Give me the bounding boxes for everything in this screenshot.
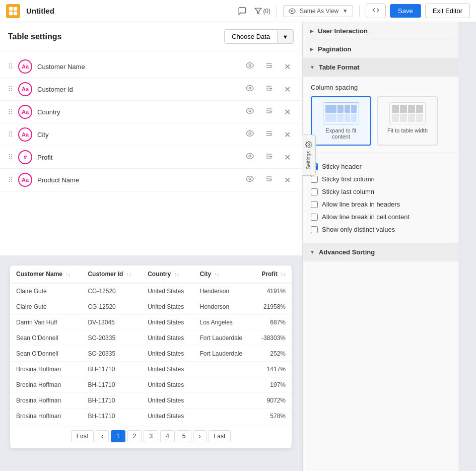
- cell-country: United States: [142, 283, 193, 299]
- cell-profit: 252%: [252, 346, 292, 361]
- col-name: Profit: [37, 154, 238, 161]
- col-header-country[interactable]: Country ↑↓: [142, 265, 193, 283]
- svg-marker-4: [255, 8, 261, 14]
- exit-editor-button[interactable]: Exit Editor: [425, 4, 470, 18]
- same-as-view-btn[interactable]: Same As View ▼: [283, 5, 353, 17]
- format-icon[interactable]: [263, 59, 275, 74]
- table-row: Darrin Van Huff DV-13045 United States L…: [10, 314, 292, 330]
- page-button[interactable]: First: [71, 430, 94, 442]
- checkbox-allow-line-break-in-cell-content[interactable]: [311, 214, 318, 221]
- checkbox-sticky-last-column[interactable]: [311, 188, 318, 195]
- page-button[interactable]: 1: [111, 430, 125, 442]
- cell-profit: -38303%: [252, 330, 292, 346]
- format-icon[interactable]: [263, 173, 275, 187]
- format-icon[interactable]: [263, 105, 275, 119]
- drag-handle[interactable]: ⠿: [8, 108, 13, 116]
- table-row: Brosina Hoffman BH-11710 United States 5…: [10, 408, 292, 424]
- divider: [277, 5, 277, 17]
- table-format-title: Table Format: [319, 63, 360, 71]
- filter-count: (0): [263, 8, 270, 15]
- col-header-customer-name[interactable]: Customer Name ↑↓: [10, 265, 82, 283]
- remove-icon[interactable]: ✕: [282, 105, 293, 119]
- visibility-icon[interactable]: [244, 59, 256, 74]
- cell-customer-name: Claire Gute: [10, 299, 82, 314]
- remove-icon[interactable]: ✕: [282, 83, 293, 96]
- visibility-icon[interactable]: [244, 82, 256, 96]
- checkbox-allow-line-break-in-headers[interactable]: [311, 201, 318, 208]
- comment-icon[interactable]: [234, 3, 250, 19]
- page-button[interactable]: 5: [177, 430, 191, 442]
- cell-profit: 1417%: [252, 361, 292, 377]
- cell-city: [193, 377, 252, 392]
- checkbox-label: Sticky header: [322, 163, 362, 170]
- spacing-fit[interactable]: Fit to table width: [377, 96, 438, 146]
- pagination: First‹12345›Last: [10, 424, 292, 448]
- column-row: ⠿ Aa City ✕: [0, 123, 302, 146]
- checkbox-row: Sticky header: [311, 160, 450, 173]
- cell-country: United States: [142, 299, 193, 314]
- section-pagination[interactable]: ▶ Pagination: [303, 40, 458, 58]
- settings-tab[interactable]: Settings: [302, 134, 316, 176]
- visibility-icon[interactable]: [244, 127, 256, 142]
- cell-customer-id: BH-11710: [82, 392, 142, 408]
- advanced-sorting-arrow: ▼: [310, 249, 315, 255]
- section-user-interaction[interactable]: ▶ User Interaction: [303, 22, 458, 40]
- cell-country: United States: [142, 314, 193, 330]
- remove-icon[interactable]: ✕: [282, 60, 293, 74]
- page-button[interactable]: 4: [160, 430, 175, 442]
- table-row: Brosina Hoffman BH-11710 United States 1…: [10, 361, 292, 377]
- cell-customer-id: BH-11710: [82, 377, 142, 392]
- checkbox-show-only-distinct-values[interactable]: [311, 226, 318, 233]
- page-button[interactable]: Last: [209, 430, 231, 442]
- drag-handle[interactable]: ⠿: [8, 153, 13, 161]
- spacing-expand[interactable]: Expand to fit content: [311, 96, 371, 146]
- drag-handle[interactable]: ⠿: [8, 176, 13, 184]
- filter-icon[interactable]: (0): [254, 3, 270, 19]
- spacing-options: Expand to fit content Fit to table wi: [311, 96, 450, 146]
- fit-grid-icon: [389, 102, 426, 124]
- choose-data-btn[interactable]: Choose Data ▼: [224, 29, 294, 44]
- section-advanced-sorting[interactable]: ▼ Advanced Sorting: [303, 243, 458, 261]
- svg-point-18: [249, 110, 251, 112]
- page-button[interactable]: 3: [144, 430, 158, 442]
- preview-card: Customer Name ↑↓ Customer Id ↑↓ Country …: [10, 265, 292, 448]
- remove-icon[interactable]: ✕: [282, 128, 293, 142]
- drag-handle[interactable]: ⠿: [8, 85, 13, 93]
- checkboxes-section: Sticky header Sticky first column Sticky…: [303, 153, 458, 243]
- left-panel: Table settings Choose Data ▼ ⠿ Aa Custom…: [0, 22, 302, 471]
- columns-list: ⠿ Aa Customer Name ✕ ⠿ Aa Customer Id ✕ …: [0, 51, 302, 255]
- cell-profit: 4191%: [252, 283, 292, 299]
- visibility-icon[interactable]: [244, 105, 256, 119]
- col-header-city[interactable]: City ↑↓: [193, 265, 252, 283]
- format-icon[interactable]: [263, 150, 275, 164]
- visibility-icon[interactable]: [244, 173, 256, 187]
- checkbox-sticky-first-column[interactable]: [311, 176, 318, 183]
- table-row: Claire Gute CG-12520 United States Hende…: [10, 283, 292, 299]
- same-as-view-label: Same As View: [300, 8, 338, 15]
- svg-rect-3: [14, 12, 17, 15]
- format-icon[interactable]: [263, 127, 275, 142]
- page-button[interactable]: ‹: [96, 430, 109, 442]
- page-button[interactable]: ›: [193, 430, 207, 442]
- visibility-icon[interactable]: [244, 150, 256, 164]
- col-header-customer-id[interactable]: Customer Id ↑↓: [82, 265, 142, 283]
- cell-city: [193, 361, 252, 377]
- cell-customer-name: Brosina Hoffman: [10, 392, 82, 408]
- remove-icon[interactable]: ✕: [282, 173, 293, 187]
- code-btn[interactable]: [366, 4, 386, 18]
- divider2: [359, 5, 360, 17]
- table-row: Claire Gute CG-12520 United States Hende…: [10, 299, 292, 314]
- cell-customer-id: SO-20335: [82, 330, 142, 346]
- section-table-format[interactable]: ▼ Table Format: [303, 58, 458, 77]
- svg-point-42: [308, 144, 310, 146]
- page-button[interactable]: 2: [127, 430, 142, 442]
- topbar: Untitled (0) Same As View ▼ Save Exit Ed…: [0, 0, 476, 22]
- drag-handle[interactable]: ⠿: [8, 130, 13, 139]
- drag-handle[interactable]: ⠿: [8, 62, 13, 71]
- choose-data-label: Choose Data: [225, 30, 277, 43]
- save-button[interactable]: Save: [390, 4, 421, 18]
- col-header-profit[interactable]: Profit ↑↓: [252, 265, 292, 283]
- remove-icon[interactable]: ✕: [282, 151, 293, 164]
- format-icon[interactable]: [263, 82, 275, 96]
- cell-customer-name: Brosina Hoffman: [10, 377, 82, 392]
